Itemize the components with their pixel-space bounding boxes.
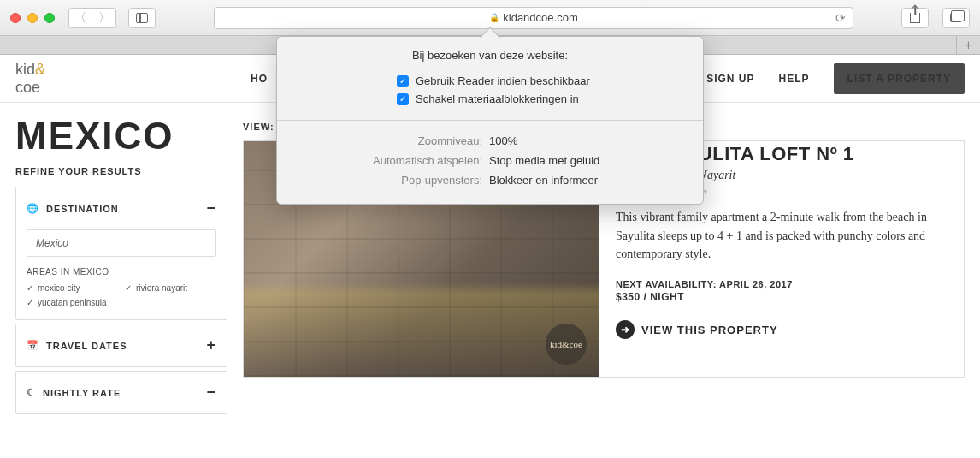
filter-travel-dates-label: TRAVEL DATES [46, 341, 127, 351]
zoom-value: 100% [489, 134, 517, 147]
expand-icon: + [206, 336, 216, 354]
lock-icon: 🔒 [489, 13, 499, 22]
popup-label: Pop-upvensters: [277, 174, 489, 187]
page-title: MEXICO [15, 115, 227, 158]
zoom-label: Zoomniveau: [277, 134, 489, 147]
window-controls [10, 13, 55, 23]
forward-button[interactable]: 〉 [92, 8, 116, 28]
autoplay-label: Automatisch afspelen: [277, 154, 489, 167]
filter-travel-dates-header[interactable]: 📅 TRAVEL DATES + [16, 324, 227, 366]
property-price: $350 / NIGHT [616, 291, 947, 303]
autoplay-row[interactable]: Automatisch afspelen: Stop media met gel… [277, 151, 703, 170]
share-button[interactable] [901, 8, 929, 28]
area-yucatan-peninsula[interactable]: ✓yucatan peninsula [27, 298, 118, 307]
new-tab-button[interactable]: + [956, 36, 980, 54]
website-settings-popover: Bij bezoeken van deze website: ✓ Gebruik… [276, 36, 704, 205]
globe-icon: 🌐 [27, 203, 39, 214]
filter-nightly-rate-header[interactable]: ☾ NIGHTLY RATE − [16, 372, 227, 413]
sidebar-icon [136, 13, 148, 23]
logo-part-b: coe [15, 79, 40, 96]
refine-label: REFINE YOUR RESULTS [15, 166, 227, 176]
sidebar-toggle-button[interactable] [128, 8, 156, 28]
view-property-label: VIEW THIS PROPERTY [641, 324, 778, 336]
view-label: VIEW: [243, 122, 275, 132]
collapse-icon: − [206, 199, 216, 217]
filters-sidebar: MEXICO REFINE YOUR RESULTS 🌐 DESTINATION… [15, 103, 227, 418]
filter-destination: 🌐 DESTINATION − AREAS IN MEXICO ✓mexico … [15, 187, 227, 320]
filter-destination-header[interactable]: 🌐 DESTINATION − [16, 187, 227, 229]
url-text: kidandcoe.com [503, 11, 577, 24]
view-property-link[interactable]: ➜ VIEW THIS PROPERTY [616, 320, 947, 339]
list-property-button[interactable]: LIST A PROPERTY [834, 63, 965, 94]
content-blockers-checkbox-label: Schakel materiaalblokkeringen in [416, 92, 579, 105]
collapse-icon: − [206, 384, 216, 401]
reader-checkbox-label: Gebruik Reader indien beschikbaar [416, 74, 590, 87]
right-nav: SIGN UP HELP LIST A PROPERTY [706, 63, 965, 94]
area-riviera-nayarit[interactable]: ✓riviera nayarit [125, 283, 216, 293]
filter-destination-label: DESTINATION [46, 204, 119, 214]
share-icon [910, 13, 920, 23]
areas-label: AREAS IN MEXICO [27, 267, 216, 277]
areas-grid: ✓mexico city ✓riviera nayarit ✓yucatan p… [27, 283, 216, 307]
back-button[interactable]: 〈 [68, 8, 92, 28]
reader-checkbox-row[interactable]: ✓ Gebruik Reader indien beschikbaar [397, 72, 703, 90]
calendar-icon: 📅 [27, 340, 39, 351]
area-label: mexico city [38, 283, 80, 293]
area-mexico-city[interactable]: ✓mexico city [27, 283, 118, 293]
checkbox-checked-icon: ✓ [397, 75, 409, 87]
close-window-button[interactable] [10, 13, 21, 23]
filter-nightly-rate-label: NIGHTLY RATE [43, 388, 121, 398]
popover-checks: ✓ Gebruik Reader indien beschikbaar ✓ Sc… [277, 72, 703, 120]
show-tabs-button[interactable] [942, 8, 970, 28]
moon-icon: ☾ [27, 387, 36, 398]
checkbox-checked-icon: ✓ [397, 93, 409, 105]
property-description: This vibrant family apartment a 2-minute… [616, 208, 947, 264]
main-nav: HO [251, 73, 268, 85]
area-label: riviera nayarit [136, 283, 187, 293]
popup-row[interactable]: Pop-upvensters: Blokkeer en informeer [277, 170, 703, 190]
address-bar[interactable]: 🔒 kidandcoe.com ⟳ [214, 7, 853, 29]
arrow-right-icon: ➜ [616, 320, 635, 339]
check-icon: ✓ [27, 283, 33, 293]
autoplay-value: Stop media met geluid [489, 154, 599, 167]
zoom-window-button[interactable] [44, 13, 55, 23]
popover-settings-grid: Zoomniveau: 100% Automatisch afspelen: S… [277, 121, 703, 204]
check-icon: ✓ [27, 298, 33, 307]
filter-travel-dates: 📅 TRAVEL DATES + [15, 324, 227, 367]
image-badge: kid&coe [546, 324, 587, 365]
filter-destination-body: AREAS IN MEXICO ✓mexico city ✓riviera na… [16, 229, 227, 319]
tabs-icon [950, 13, 962, 22]
zoom-row[interactable]: Zoomniveau: 100% [277, 131, 703, 151]
nav-signup[interactable]: SIGN UP [706, 73, 754, 85]
nav-home[interactable]: HO [251, 73, 268, 85]
property-availability: NEXT AVAILABILITY: APRIL 26, 2017 [616, 279, 947, 289]
nav-help[interactable]: HELP [779, 73, 810, 85]
site-logo[interactable]: kid&coe [15, 61, 45, 97]
content-blockers-checkbox-row[interactable]: ✓ Schakel materiaalblokkeringen in [397, 90, 703, 108]
area-label: yucatan peninsula [38, 298, 107, 307]
reload-button[interactable]: ⟳ [835, 11, 846, 25]
check-icon: ✓ [125, 283, 132, 293]
minimize-window-button[interactable] [27, 13, 38, 23]
filter-nightly-rate: ☾ NIGHTLY RATE − [15, 371, 227, 414]
logo-ampersand: & [35, 61, 45, 78]
destination-input[interactable] [27, 229, 216, 257]
logo-part-a: kid [15, 61, 35, 78]
popover-title: Bij bezoeken van deze website: [277, 37, 703, 72]
popup-value: Blokkeer en informeer [489, 174, 598, 187]
